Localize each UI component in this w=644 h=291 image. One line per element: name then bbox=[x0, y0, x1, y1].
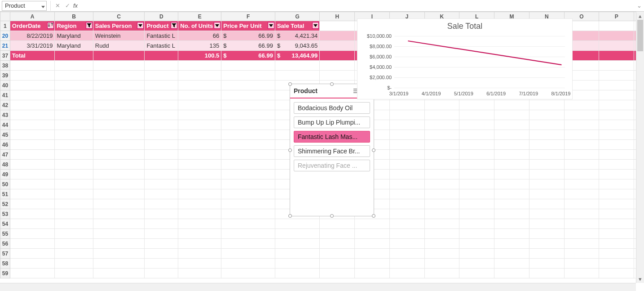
cell[interactable] bbox=[564, 140, 599, 150]
cell[interactable] bbox=[355, 249, 390, 259]
cell[interactable] bbox=[93, 179, 145, 189]
cell[interactable]: Maryland bbox=[55, 41, 93, 51]
cell[interactable] bbox=[10, 150, 55, 160]
cell[interactable] bbox=[55, 71, 93, 81]
cell[interactable] bbox=[459, 189, 494, 199]
sale-total-chart[interactable]: Sale Total $10,000.00$8,000.00$6,000.00$… bbox=[357, 18, 573, 99]
cell[interactable] bbox=[178, 120, 221, 130]
cell[interactable] bbox=[564, 269, 599, 278]
cell[interactable] bbox=[529, 150, 564, 160]
row-head-56[interactable]: 56 bbox=[0, 239, 10, 249]
resize-handle[interactable] bbox=[330, 82, 334, 86]
cell[interactable] bbox=[389, 160, 424, 170]
cell[interactable] bbox=[93, 100, 145, 110]
cell[interactable] bbox=[10, 170, 55, 179]
cell[interactable] bbox=[459, 239, 494, 249]
cell[interactable] bbox=[599, 71, 634, 81]
cell[interactable] bbox=[564, 229, 599, 239]
col-head-P[interactable]: P bbox=[599, 12, 634, 21]
cell[interactable] bbox=[145, 100, 178, 110]
cell[interactable] bbox=[424, 150, 459, 160]
cell[interactable] bbox=[459, 259, 494, 269]
cell[interactable]: $66.99 bbox=[221, 51, 275, 61]
cell[interactable] bbox=[494, 100, 529, 110]
cell[interactable] bbox=[599, 120, 634, 130]
col-head-B[interactable]: B bbox=[55, 12, 93, 21]
row-head-53[interactable]: 53 bbox=[0, 209, 10, 219]
scroll-thumb[interactable] bbox=[637, 20, 643, 51]
row-head-45[interactable]: 45 bbox=[0, 130, 10, 140]
cell[interactable] bbox=[10, 90, 55, 100]
cell[interactable]: Sales Person bbox=[93, 21, 145, 31]
cell[interactable] bbox=[221, 160, 275, 170]
cell[interactable] bbox=[599, 100, 634, 110]
row-head-44[interactable]: 44 bbox=[0, 120, 10, 130]
cell[interactable] bbox=[529, 189, 564, 199]
cell[interactable] bbox=[599, 189, 634, 199]
cell[interactable] bbox=[178, 130, 221, 140]
filter-button[interactable] bbox=[214, 22, 221, 29]
cell[interactable] bbox=[221, 259, 275, 269]
row-head-59[interactable]: 59 bbox=[0, 269, 10, 278]
cell[interactable] bbox=[178, 61, 221, 71]
cell[interactable] bbox=[221, 229, 275, 239]
cell[interactable] bbox=[320, 51, 355, 61]
cell[interactable] bbox=[320, 249, 355, 259]
resize-handle[interactable] bbox=[288, 148, 292, 152]
cell[interactable] bbox=[10, 120, 55, 130]
cell[interactable] bbox=[178, 170, 221, 179]
cell[interactable] bbox=[145, 51, 178, 61]
cell[interactable] bbox=[93, 239, 145, 249]
cell[interactable] bbox=[529, 219, 564, 229]
col-head-F[interactable]: F bbox=[221, 12, 275, 21]
filter-button[interactable] bbox=[171, 22, 177, 29]
cell[interactable] bbox=[564, 110, 599, 120]
cell[interactable] bbox=[564, 100, 599, 110]
cell[interactable] bbox=[389, 100, 424, 110]
cell[interactable] bbox=[178, 219, 221, 229]
cell[interactable] bbox=[599, 170, 634, 179]
cell[interactable] bbox=[93, 170, 145, 179]
cell[interactable] bbox=[529, 160, 564, 170]
cell[interactable] bbox=[55, 199, 93, 209]
cell[interactable] bbox=[355, 259, 390, 269]
cell[interactable] bbox=[145, 130, 178, 140]
cell[interactable] bbox=[529, 229, 564, 239]
cell[interactable] bbox=[178, 140, 221, 150]
cell[interactable] bbox=[424, 179, 459, 189]
row-head-57[interactable]: 57 bbox=[0, 249, 10, 259]
name-box-dropdown-icon[interactable] bbox=[41, 3, 45, 9]
resize-handle[interactable] bbox=[288, 214, 292, 218]
col-head-E[interactable]: E bbox=[178, 12, 221, 21]
cell[interactable]: Total bbox=[10, 51, 55, 61]
cell[interactable] bbox=[221, 100, 275, 110]
cell[interactable] bbox=[178, 199, 221, 209]
cell[interactable] bbox=[599, 61, 634, 71]
cell[interactable] bbox=[424, 189, 459, 199]
cell[interactable] bbox=[529, 179, 564, 189]
cell[interactable] bbox=[424, 100, 459, 110]
slicer-item[interactable]: Rejuvenating Face ... bbox=[294, 160, 370, 171]
cell[interactable] bbox=[564, 259, 599, 269]
cell[interactable] bbox=[459, 100, 494, 110]
cell[interactable] bbox=[494, 170, 529, 179]
cell[interactable] bbox=[145, 269, 178, 278]
cell[interactable] bbox=[494, 130, 529, 140]
cell[interactable] bbox=[55, 150, 93, 160]
cell[interactable] bbox=[564, 160, 599, 170]
cell[interactable] bbox=[599, 229, 634, 239]
cell[interactable]: Region bbox=[55, 21, 93, 31]
row-head-41[interactable]: 41 bbox=[0, 90, 10, 100]
cell[interactable] bbox=[389, 199, 424, 209]
cell[interactable] bbox=[459, 160, 494, 170]
cell[interactable]: $66.99 bbox=[221, 41, 275, 51]
cell[interactable] bbox=[145, 170, 178, 179]
cell[interactable] bbox=[10, 189, 55, 199]
cell[interactable] bbox=[564, 150, 599, 160]
cell[interactable] bbox=[599, 160, 634, 170]
cell[interactable] bbox=[55, 239, 93, 249]
cell[interactable] bbox=[55, 179, 93, 189]
cell[interactable] bbox=[55, 140, 93, 150]
cell[interactable] bbox=[424, 259, 459, 269]
horizontal-scrollbar[interactable] bbox=[0, 283, 636, 291]
